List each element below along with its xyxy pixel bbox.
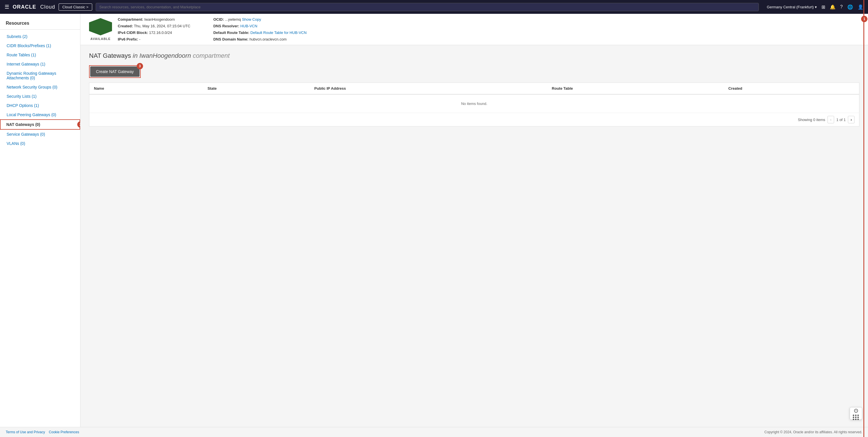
- sidebar-item-local-peering[interactable]: Local Peering Gateways (0): [0, 110, 80, 119]
- sidebar-item-route-tables[interactable]: Route Tables (1): [0, 50, 80, 59]
- vcn-right-details: OCID: ...ywtemq Show Copy DNS Resolver: …: [213, 17, 307, 41]
- dns-resolver-field: DNS Resolver: HUB-VCN: [213, 24, 307, 28]
- cookie-preferences-link[interactable]: Cookie Preferences: [49, 430, 79, 434]
- cloud-classic-button[interactable]: Cloud Classic >: [59, 3, 92, 11]
- create-nat-btn-wrapper: Create NAT Gateway 3: [89, 65, 141, 78]
- dns-domain-label: DNS Domain Name:: [213, 37, 248, 41]
- empty-table-row: No items found.: [89, 94, 859, 113]
- sidebar: Resources Subnets (2) CIDR Blocks/Prefix…: [0, 14, 81, 427]
- top-navigation: ☰ ORACLE Cloud Cloud Classic > Germany C…: [0, 0, 868, 14]
- footer-left: Terms of Use and Privacy Cookie Preferen…: [6, 430, 79, 434]
- created-value: Thu, May 16, 2024, 07:15:04 UTC: [134, 24, 190, 28]
- no-items-message: No items found.: [89, 94, 859, 113]
- compartment-value: IwanHoogendoorn: [144, 17, 175, 22]
- compartment-field: Compartment: IwanHoogendoorn: [118, 17, 190, 22]
- dns-resolver-label: DNS Resolver:: [213, 24, 239, 28]
- sidebar-item-internet-gateways[interactable]: Internet Gateways (1): [0, 59, 80, 69]
- ipv6-field: IPv6 Prefix: -: [118, 37, 190, 41]
- sidebar-item-subnets[interactable]: Subnets (2): [0, 32, 80, 41]
- vcn-status-badge: AVAILABLE: [91, 37, 111, 40]
- ipv6-value: -: [139, 37, 140, 41]
- help-icon[interactable]: ?: [840, 4, 843, 9]
- create-nat-gateway-button[interactable]: Create NAT Gateway: [90, 66, 140, 77]
- default-route-label: Default Route Table:: [213, 30, 249, 35]
- nat-gateways-table: Name State Public IP Address Route Table…: [89, 83, 859, 113]
- hamburger-menu-icon[interactable]: ☰: [5, 4, 9, 10]
- region-selector[interactable]: Germany Central (Frankfurt) ▾: [767, 5, 817, 9]
- table-footer: Showing 0 items ‹ 1 of 1 ›: [89, 113, 859, 126]
- next-page-button[interactable]: ›: [848, 116, 855, 123]
- sidebar-item-security-lists[interactable]: Security Lists (1): [0, 92, 80, 101]
- ocid-label: OCID:: [213, 17, 224, 22]
- compartment-label: Compartment:: [118, 17, 143, 22]
- sidebar-title: Resources: [0, 19, 80, 30]
- sidebar-item-nat-gateways[interactable]: NAT Gateways (0): [0, 119, 80, 130]
- prev-page-button[interactable]: ‹: [828, 116, 834, 123]
- dns-resolver-link[interactable]: HUB-VCN: [240, 24, 257, 28]
- vcn-left-details: Compartment: IwanHoogendoorn Created: Th…: [118, 17, 190, 41]
- helper-widget[interactable]: ⊙: [849, 407, 862, 420]
- nat-title-in: in: [133, 52, 137, 59]
- globe-icon[interactable]: 🌐: [847, 4, 853, 10]
- scrollbar-badge: 1: [861, 16, 867, 22]
- footer-copyright: Copyright © 2024, Oracle and/or its affi…: [764, 430, 862, 434]
- region-label: Germany Central (Frankfurt): [767, 5, 814, 9]
- main-layout: Resources Subnets (2) CIDR Blocks/Prefix…: [0, 14, 868, 427]
- page-indicator: 1 of 1: [836, 118, 846, 122]
- oracle-logo: ORACLE Cloud: [13, 4, 55, 10]
- terms-link[interactable]: Terms of Use and Privacy: [6, 430, 45, 434]
- ocid-field: OCID: ...ywtemq Show Copy: [213, 17, 307, 22]
- sidebar-item-service-gateways[interactable]: Service Gateways (0): [0, 130, 80, 139]
- ipv4-field: IPv4 CIDR Block: 172.16.0.0/24: [118, 30, 190, 35]
- sidebar-item-dhcp-options[interactable]: DHCP Options (1): [0, 101, 80, 110]
- sidebar-item-nsg[interactable]: Network Security Groups (0): [0, 83, 80, 92]
- vcn-top-area: AVAILABLE Compartment: IwanHoogendoorn C…: [81, 14, 868, 45]
- content-area: AVAILABLE Compartment: IwanHoogendoorn C…: [81, 14, 868, 427]
- col-route-table: Route Table: [547, 83, 724, 95]
- dns-domain-field: DNS Domain Name: hubvcn.oraclevcn.com: [213, 37, 307, 41]
- nat-title-prefix: NAT Gateways: [89, 52, 131, 59]
- col-name: Name: [89, 83, 203, 95]
- nav-right-area: Germany Central (Frankfurt) ▾ ⊞ 🔔 ? 🌐 👤: [767, 4, 863, 10]
- default-route-link[interactable]: Default Route Table for HUB-VCN: [250, 30, 307, 35]
- ocid-show-link[interactable]: Show: [242, 17, 251, 22]
- helper-dots-icon: [853, 414, 859, 420]
- sidebar-item-vlans[interactable]: VLANs (0): [0, 139, 80, 148]
- ocid-value: ...ywtemq: [225, 17, 241, 22]
- created-field: Created: Thu, May 16, 2024, 07:15:04 UTC: [118, 24, 190, 28]
- col-created: Created: [724, 83, 859, 95]
- bell-icon[interactable]: 🔔: [830, 4, 836, 10]
- nat-title-compartment-name: IwanHoogendoorn: [139, 52, 191, 59]
- search-input[interactable]: [96, 3, 759, 11]
- cloud-text: Cloud: [40, 4, 55, 10]
- ipv4-label: IPv4 CIDR Block:: [118, 30, 148, 35]
- showing-items-text: Showing 0 items: [798, 118, 825, 122]
- vcn-hexagon-icon: [89, 18, 112, 35]
- sidebar-item-nat-gateways-wrapper: NAT Gateways (0) 2: [0, 119, 80, 130]
- nat-gateways-title: NAT Gateways in IwanHoogendoorn compartm…: [89, 52, 859, 59]
- create-btn-badge: 3: [137, 63, 143, 69]
- col-public-ip: Public IP Address: [310, 83, 547, 95]
- chevron-down-icon: ▾: [815, 5, 817, 9]
- ipv6-label: IPv6 Prefix:: [118, 37, 138, 41]
- default-route-field: Default Route Table: Default Route Table…: [213, 30, 307, 35]
- console-icon[interactable]: ⊞: [822, 4, 825, 10]
- created-label: Created:: [118, 24, 133, 28]
- oracle-text: ORACLE: [13, 4, 36, 10]
- dns-domain-value: hubvcn.oraclevcn.com: [249, 37, 286, 41]
- ocid-copy-link[interactable]: Copy: [252, 17, 261, 22]
- page-footer: Terms of Use and Privacy Cookie Preferen…: [0, 427, 868, 437]
- helper-circle-icon: ⊙: [854, 407, 859, 414]
- sidebar-item-drg-attachments[interactable]: Dynamic Routing Gateways Attachments (0): [0, 69, 80, 83]
- col-state: State: [203, 83, 310, 95]
- nat-title-compartment-suffix: compartment: [193, 52, 229, 59]
- ipv4-value: 172.16.0.0/24: [149, 30, 172, 35]
- user-icon[interactable]: 👤: [858, 4, 863, 10]
- nat-gateways-section: NAT Gateways in IwanHoogendoorn compartm…: [81, 45, 868, 134]
- sidebar-item-cidr-blocks[interactable]: CIDR Blocks/Prefixes (1): [0, 41, 80, 50]
